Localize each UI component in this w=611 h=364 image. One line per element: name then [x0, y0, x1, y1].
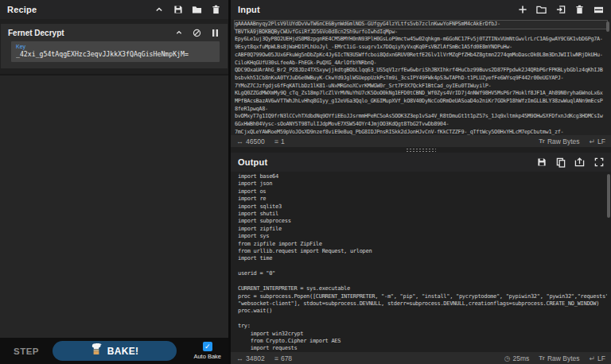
chef-hat-icon — [91, 343, 102, 358]
step-button[interactable]: STEP — [14, 347, 39, 356]
output-line: import sqlite3 — [238, 203, 607, 211]
copy-output-icon[interactable] — [555, 157, 566, 168]
io-column: Input — [231, 0, 611, 364]
output-line — [238, 316, 607, 323]
input-eol-selector[interactable]: ↵ LF — [590, 137, 605, 145]
output-line — [238, 278, 607, 285]
operation-fernet-decrypt[interactable]: Fernet Decrypt Key _42xi_g54tAqgEXHzc3eq… — [1, 24, 228, 68]
open-file-icon[interactable] — [555, 5, 566, 15]
input-line: TBVTkA9jBDKBQByCWUvfGsiRfJD56Vo0d8cn2Sh9… — [235, 29, 607, 37]
input-line: 7YMoZ7CJzfgdjs6fFqKATLbDz1lK81-uNxMRGnoX… — [235, 83, 607, 91]
maximize-output-icon[interactable] — [593, 157, 604, 168]
encoding-icon: Tr — [539, 354, 545, 362]
output-line: import zipfile — [238, 226, 607, 233]
tab-view-icon[interactable] — [593, 5, 604, 15]
input-line: Epy6Le1uj3QyP8O2UEHjdS0M8zpgnRE4CM5BMYH0… — [235, 36, 607, 44]
clock-icon: ◷ — [504, 354, 511, 362]
input-line: 9Esyt8qxfuMpWLBs8jWaHD1PLhUoJyl_-EMrC1iG… — [235, 44, 607, 52]
checkmark-icon: ✓ — [204, 342, 211, 351]
key-input-value: _42xi_g54tAqgEXHzc3eqvJJkkX3fQAqGisHeNmp… — [16, 50, 215, 59]
input-editor[interactable]: gAAAAABnyqy2PlsV9lUYdDvVwTW6nCE6BynWd6ml… — [231, 19, 611, 135]
operation-title: Fernet Decrypt — [8, 29, 173, 37]
output-line: import win32crypt — [238, 331, 607, 338]
bake-button-label: BAKE! — [107, 346, 139, 357]
collapse-recipe-icon[interactable] — [154, 5, 164, 15]
output-line-count: ≡ 678 — [274, 354, 292, 362]
output-encoding-selector[interactable]: Tr Raw Bytes — [539, 354, 579, 362]
recipe-header: Recipe — [0, 0, 228, 19]
length-icon: ↔ — [236, 354, 243, 362]
input-header: Input — [231, 0, 611, 19]
io-splitter[interactable] — [231, 147, 611, 153]
output-line: "websocket-client"], stdout=subprocess.D… — [238, 300, 607, 308]
output-char-count: ↔ 34802 — [236, 354, 265, 362]
length-icon: ↔ — [236, 137, 243, 145]
output-viewer: import base64import jsonimport osimport … — [231, 172, 611, 352]
input-line: gAAAAABnyqy2PlsV9lUYdDvVwTW6nCE6BynWd6ml… — [235, 21, 607, 29]
auto-bake-checkbox[interactable]: ✓ — [203, 342, 212, 351]
input-line-count: ≡ 1 — [274, 137, 285, 145]
output-line: import re — [238, 196, 607, 203]
output-line: from zipfile import ZipFile — [238, 241, 607, 248]
input-line: 6GxHWBh04Vysc-sOoANY5T98TulIJdpMovE7XSW5… — [235, 121, 607, 129]
auto-bake-control[interactable]: ✓ Auto Bake — [193, 342, 221, 360]
cyberchef-app: Recipe Fernet Decrypt — [0, 0, 611, 364]
replace-input-with-output-icon[interactable] — [574, 157, 585, 168]
line-count-icon: ≡ — [274, 137, 278, 145]
output-header: Output — [231, 153, 611, 172]
output-line: import sys — [238, 233, 607, 240]
input-line: MPfBAcsBazAV6wVTTWhJhLvHhq8G1yy_g12eV6a3… — [235, 98, 607, 106]
output-line: userid = "0" — [238, 270, 607, 277]
output-line — [238, 263, 607, 270]
disable-operation-icon[interactable] — [192, 28, 202, 38]
input-line: QDC9OxaUArAhG_Br2_P28JDz4TXSxywjjkdtgBOb… — [235, 67, 607, 75]
clear-recipe-trash-icon[interactable] — [211, 5, 221, 15]
input-line: bvOMxyT7g1IQ9frN3lCCvhTXdbdNq9OYfiEEoJJs… — [235, 113, 607, 121]
operation-header[interactable]: Fernet Decrypt — [1, 24, 228, 41]
output-line: try: — [238, 323, 607, 330]
output-line: import json — [238, 180, 607, 188]
input-encoding-selector[interactable]: Tr Raw Bytes — [539, 137, 579, 145]
output-line: proc.wait() — [238, 308, 607, 315]
encoding-icon: Tr — [539, 137, 545, 145]
output-line: from urllib.request import Request, urlo… — [238, 248, 607, 255]
input-statusbar: ↔ 46500 ≡ 1 Tr Raw Bytes ↵ LF — [231, 135, 611, 147]
line-count-icon: ≡ — [274, 354, 278, 362]
collapse-operation-icon[interactable] — [173, 28, 184, 38]
input-line: 8feR1pwqA8- — [235, 106, 607, 114]
input-line: KLgQ0ZZGdMWXmMy9Q_cTq_Zs18mp7lcZlVrMVNuY… — [235, 90, 607, 98]
controls-bar: STEP BAKE! ✓ Auto Bake — [0, 338, 228, 364]
key-input-label: Key — [16, 43, 215, 50]
output-line: import requests — [238, 345, 607, 352]
output-line: import shutil — [238, 211, 607, 218]
add-tab-icon[interactable] — [517, 5, 527, 15]
bake-time: ◷ 25ms — [504, 354, 530, 362]
load-recipe-folder-icon[interactable] — [192, 5, 202, 15]
auto-bake-label: Auto Bake — [193, 353, 221, 360]
input-line: 7mCjxQLeYAWRoeM59pVoJOsXD9nzef8viE9e8uq_… — [235, 129, 607, 135]
input-line: CiloKHqGUfU30sLfeeAb-FhEGk-PuQXG_4ArlOfb… — [235, 60, 607, 68]
save-output-icon[interactable] — [536, 157, 547, 168]
output-scrollbar-thumb[interactable] — [607, 174, 610, 218]
output-title: Output — [238, 157, 536, 167]
output-line: CURRENT_INTERPRETER = sys.executable — [238, 285, 607, 292]
output-line: proc = subprocess.Popen([CURRENT_INTERPR… — [238, 293, 607, 300]
output-line: import subprocess — [238, 218, 607, 225]
input-line: cABF0Q799Ow05JUx6FkuWg5nDbZpKc4Jy6IcTN3U… — [235, 52, 607, 60]
input-line: bsbvkh51Cb8nKxA0TYJuD6e0WBuyK-CkwYd9JglW… — [235, 75, 607, 83]
input-title: Input — [238, 5, 517, 14]
output-eol-selector[interactable]: ↵ LF — [590, 354, 605, 362]
breakpoint-pause-icon[interactable] — [210, 28, 220, 38]
open-folder-icon[interactable] — [536, 5, 547, 15]
output-line: from Crypto.Cipher import AES — [238, 338, 607, 345]
clear-input-trash-icon[interactable] — [574, 5, 585, 15]
save-recipe-icon[interactable] — [173, 5, 183, 15]
input-scrollbar-thumb[interactable] — [606, 21, 609, 32]
recipe-panel: Recipe Fernet Decrypt — [0, 0, 228, 364]
output-panel: Output import — [231, 153, 611, 364]
splitter-grip-icon — [406, 148, 436, 152]
bake-button[interactable]: BAKE! — [53, 341, 177, 361]
output-statusbar: ↔ 34802 ≡ 678 ◷ 25ms Tr Raw Bytes — [231, 352, 611, 364]
key-input[interactable]: Key _42xi_g54tAqgEXHzc3eqvJJkkX3fQAqGisH… — [11, 41, 220, 62]
recipe-drop-area[interactable] — [0, 74, 228, 338]
